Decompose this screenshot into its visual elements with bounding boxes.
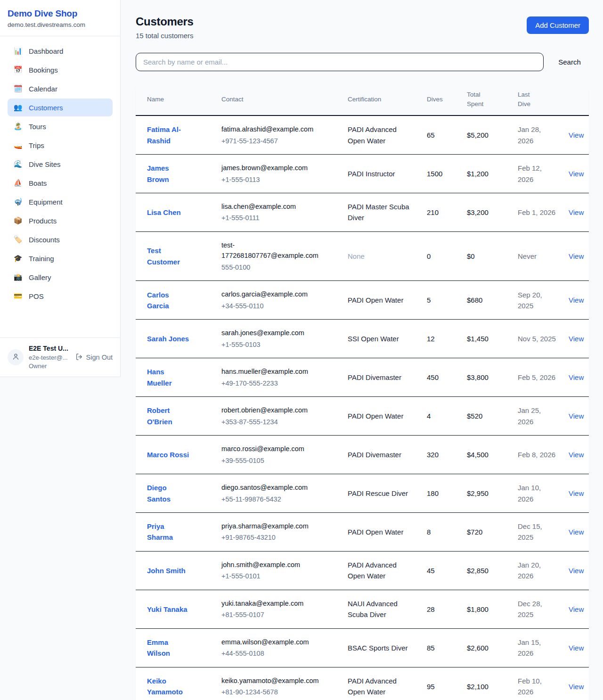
customer-name-link[interactable]: Marco Rossi [147,449,189,460]
contact-cell: robert.obrien@example.com +353-87-555-12… [221,405,323,427]
total-spent: $680 [467,296,482,304]
last-dive-date: Dec 28, 2025 [518,600,542,618]
main-content: Customers 15 total customers Add Custome… [121,0,603,700]
sidebar-item-gallery[interactable]: 📸 Gallery [8,268,113,286]
customer-phone: +81-555-0107 [221,609,323,620]
customer-name-link[interactable]: James Brown [147,163,190,185]
contact-cell: john.smith@example.com +1-555-0101 [221,560,323,582]
total-spent: $2,850 [467,567,489,575]
column-header-last-dive: Last Dive [512,83,563,115]
view-link[interactable]: View [569,252,584,260]
dives-count: 1500 [427,170,442,178]
sidebar-item-equipment[interactable]: 🤿 Equipment [8,193,113,211]
customer-name-link[interactable]: Diego Santos [147,482,190,504]
sidebar-item-label: Dashboard [29,47,63,55]
view-link[interactable]: View [569,644,584,652]
view-link[interactable]: View [569,170,584,178]
column-header-certification: Certification [342,83,421,115]
sidebar-item-discounts[interactable]: 🏷️ Discounts [8,231,113,248]
customer-name-link[interactable]: Hans Mueller [147,366,190,388]
view-link[interactable]: View [569,567,584,575]
last-dive-date: Feb 5, 2026 [518,373,555,381]
customer-name-link[interactable]: Test Customer [147,245,190,267]
customer-phone: +81-90-1234-5678 [221,687,323,697]
view-link[interactable]: View [569,335,584,343]
sidebar-item-label: Bookings [29,66,58,74]
search-button[interactable]: Search [556,58,583,66]
sidebar-item-calendar[interactable]: 🗓️ Calendar [8,80,113,98]
customer-phone: +55-11-99876-5432 [221,494,323,504]
table-header-row: NameContactCertificationDivesTotal Spent… [136,83,589,115]
total-spent: $3,200 [467,208,489,216]
search-input[interactable] [136,53,544,71]
customer-email: diego.santos@example.com [221,482,323,493]
customer-name-link[interactable]: Carlos Garcia [147,289,190,312]
view-link[interactable]: View [569,489,584,497]
add-customer-button[interactable]: Add Customer [527,16,589,34]
page-title: Customers [136,15,194,28]
certification-text: PADI Divemaster [348,451,401,459]
customer-name-link[interactable]: Yuki Tanaka [147,604,187,615]
sidebar-item-dive-sites[interactable]: 🌊 Dive Sites [8,155,113,173]
customer-email: keiko.yamamoto@example.com [221,675,323,686]
customer-name-link[interactable]: John Smith [147,565,186,576]
table-row: Keiko Yamamoto keiko.yamamoto@example.co… [136,667,589,700]
customer-name-link[interactable]: Robert O'Brien [147,405,190,427]
sidebar-item-products[interactable]: 📦 Products [8,212,113,230]
customer-name-link[interactable]: Emma Wilson [147,637,190,659]
sidebar-item-customers[interactable]: 👥 Customers [8,99,113,116]
certification-text: PADI Master Scuba Diver [348,203,409,222]
view-link[interactable]: View [569,412,584,420]
certification-text: PADI Advanced Open Water [348,561,397,580]
customer-name-link[interactable]: Fatima Al-Rashid [147,124,190,146]
user-email: e2e-tester@... [29,354,70,362]
sidebar-item-label: Equipment [29,198,63,206]
sidebar-item-tours[interactable]: 🏝️ Tours [8,117,113,135]
table-row: Carlos Garcia carlos.garcia@example.com … [136,281,589,320]
user-role: Owner [29,362,70,370]
view-link[interactable]: View [569,373,584,381]
view-link[interactable]: View [569,296,584,304]
customer-phone: +39-555-0105 [221,455,323,466]
column-header-name: Name [136,83,216,115]
customer-email: priya.sharma@example.com [221,521,323,531]
view-link[interactable]: View [569,208,584,216]
view-link[interactable]: View [569,605,584,613]
view-link[interactable]: View [569,451,584,459]
sidebar-item-bookings[interactable]: 📅 Bookings [8,61,113,79]
spiral-calendar-icon: 🗓️ [13,84,23,93]
customer-email: carlos.garcia@example.com [221,289,323,299]
dives-count: 180 [427,489,439,497]
diving-mask-icon: 🤿 [13,198,23,206]
total-spent: $1,200 [467,170,489,178]
sidebar-item-pos[interactable]: 💳 POS [8,287,113,305]
customer-name-link[interactable]: Keiko Yamamoto [147,675,190,698]
view-link[interactable]: View [569,683,584,691]
contact-cell: marco.rossi@example.com +39-555-0105 [221,444,323,466]
dives-count: 450 [427,373,439,381]
sidebar-item-trips[interactable]: 🚤 Trips [8,136,113,154]
table-row: Hans Mueller hans.mueller@example.com +4… [136,358,589,397]
sidebar-item-label: Customers [29,104,63,112]
customer-phone: +1-555-0113 [221,174,323,185]
certification-text: PADI Divemaster [348,373,401,381]
view-link[interactable]: View [569,528,584,536]
sidebar-item-label: Gallery [29,273,51,281]
total-spent: $4,500 [467,451,489,459]
sign-out-button[interactable]: Sign Out [75,353,113,362]
table-row: Priya Sharma priya.sharma@example.com +9… [136,512,589,551]
sidebar-item-training[interactable]: 🎓 Training [8,249,113,267]
dives-count: 210 [427,208,439,216]
dives-count: 28 [427,605,435,613]
certification-text: PADI Advanced Open Water [348,677,397,696]
customer-name-link[interactable]: Lisa Chen [147,207,181,218]
column-header-contact: Contact [216,83,342,115]
sidebar-item-dashboard[interactable]: 📊 Dashboard [8,42,113,60]
table-row: Robert O'Brien robert.obrien@example.com… [136,397,589,436]
sidebar-item-boats[interactable]: ⛵ Boats [8,174,113,192]
customer-name-link[interactable]: Sarah Jones [147,333,189,344]
last-dive-date: Feb 12, 2026 [518,164,542,183]
camera-icon: 📸 [13,273,23,281]
customer-name-link[interactable]: Priya Sharma [147,521,190,543]
view-link[interactable]: View [569,131,584,139]
